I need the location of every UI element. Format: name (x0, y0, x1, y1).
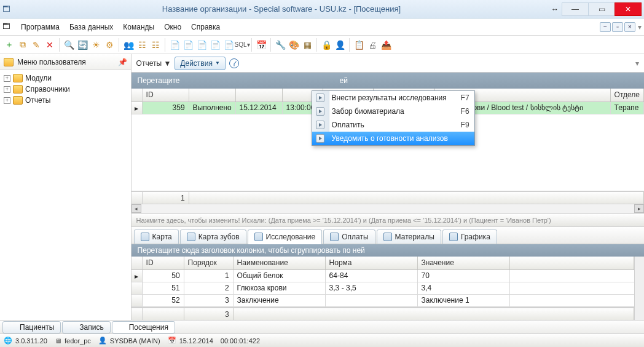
action-pay[interactable]: ОплатитьF9 (312, 118, 474, 132)
palette-icon[interactable]: 🎨 (288, 39, 299, 50)
calendar-small-icon: 📅 (168, 337, 176, 345)
sidebar-header: Меню пользователя 📌 (0, 54, 131, 70)
sql-icon[interactable]: SQL▾ (237, 39, 248, 50)
tab-card[interactable]: Карта (134, 229, 179, 244)
action-enter-results[interactable]: Внести результаты исследованияF7 (312, 91, 474, 105)
copy-icon[interactable]: ⧉ (17, 39, 28, 50)
computer-icon: 🖥 (55, 337, 61, 345)
users-icon[interactable]: 👤 (334, 39, 345, 50)
file4-icon[interactable]: 📄 (210, 39, 221, 50)
col-id[interactable]: ID (143, 89, 189, 102)
group-icon[interactable]: 👥 (123, 39, 134, 50)
list1-icon[interactable]: ☷ (136, 39, 147, 50)
file3-icon[interactable]: 📄 (196, 39, 207, 50)
statusbar: 🌐3.0.311.20 🖥fedor_pc 👤SYSDBA (MAIN) 📅15… (0, 333, 644, 347)
list2-icon[interactable]: ☷ (150, 39, 161, 50)
doc-tab-patients[interactable]: Пациенты (2, 321, 61, 333)
bcol-id[interactable]: ID (143, 257, 184, 269)
wrench-icon[interactable]: 🔧 (275, 39, 286, 50)
tab-tooth-card[interactable]: Карта зубов (180, 229, 246, 244)
file1-icon[interactable]: 📄 (169, 39, 180, 50)
doc-tab-visits[interactable]: Посещения (112, 321, 175, 333)
col-status[interactable] (189, 89, 236, 102)
document-tabs: Пациенты Запись Посещения (0, 320, 644, 333)
file5-icon[interactable]: 📄 (223, 39, 234, 50)
tab-materials[interactable]: Материалы (377, 229, 441, 244)
print-icon[interactable]: 🖨 (367, 39, 378, 50)
menu-window[interactable]: Окно (159, 20, 186, 34)
content-area: Отчеты ▼ Действия ▼ ▾ Перетащите ей ID и… (132, 54, 644, 320)
add-icon[interactable]: ＋ (4, 39, 15, 50)
calendar-icon[interactable]: 📅 (256, 39, 267, 50)
status-user: SYSDBA (MAIN) (110, 337, 160, 345)
export2-icon[interactable]: 📤 (380, 39, 391, 50)
mdi-minimize-button[interactable]: − (600, 22, 611, 32)
export1-icon[interactable]: 📋 (353, 39, 364, 50)
play-icon (316, 107, 324, 116)
edit-icon[interactable]: ✎ (31, 39, 42, 50)
table-row[interactable]: ▸ 50 1 Общий белок 64-84 70 (132, 270, 634, 282)
actions-menu: Внести результаты исследованияF7 Забор б… (312, 90, 475, 146)
filter-bar[interactable]: Нажмите здесь, чтобы изменить! Искали: (… (132, 213, 644, 227)
top-grid-hscroll[interactable]: ◂▸ (132, 204, 644, 213)
doc-tab-booking[interactable]: Запись (62, 321, 110, 333)
status-host: fedor_pc (65, 337, 91, 345)
detail-tabs: Карта Карта зубов Исследование Оплаты Ма… (132, 227, 644, 244)
window-title: Название организации - Special software … (15, 4, 548, 14)
menu-commands[interactable]: Команды (118, 20, 159, 34)
col-dept[interactable]: Отделе (611, 89, 644, 102)
tree-item-references[interactable]: +Справочники (4, 84, 127, 95)
search-icon[interactable]: 🔍 (63, 39, 74, 50)
delete-icon[interactable]: ✕ (44, 39, 55, 50)
app-menu-icon[interactable]: 🗔 (2, 22, 12, 32)
clear-filter-icon[interactable]: ⚙ (104, 39, 115, 50)
action-notify-ready[interactable]: Уведомить о готовности анализов (312, 132, 474, 145)
clock-icon[interactable] (229, 58, 239, 68)
layout-icon[interactable]: ▦ (302, 39, 313, 50)
user-icon: 👤 (98, 337, 107, 345)
top-grid-footer: 1 (132, 191, 644, 204)
close-button[interactable]: ✕ (615, 2, 642, 16)
menu-database[interactable]: База данных (65, 20, 118, 34)
bcol-norm[interactable]: Норма (326, 257, 418, 269)
col-date[interactable] (236, 89, 283, 102)
menu-program[interactable]: Программа (16, 20, 65, 34)
refresh-icon[interactable]: 🔄 (77, 39, 88, 50)
row-indicator-icon: ▸ (132, 102, 143, 114)
help-arrow-icon[interactable]: ↔ (548, 2, 562, 16)
bottom-grid-vscroll[interactable] (634, 257, 644, 320)
play-icon (316, 121, 324, 129)
table-row[interactable]: 52 3 Заключение Заключение 1 (132, 295, 634, 307)
bcol-order[interactable]: Порядок (184, 257, 234, 269)
table-row[interactable]: 51 2 Глюкоза крови 3,3 - 3,5 3,4 (132, 282, 634, 295)
file2-icon[interactable]: 📄 (183, 39, 194, 50)
tab-payments[interactable]: Оплаты (323, 229, 375, 244)
globe-icon: 🌐 (4, 337, 12, 345)
filter-toggle-icon[interactable]: ☀ (90, 39, 101, 50)
tree-item-reports[interactable]: +Отчеты (4, 95, 127, 106)
status-elapsed: 00:00:01:422 (221, 337, 260, 345)
sidebar: Меню пользователя 📌 +Модули +Справочники… (0, 54, 132, 320)
main-toolbar: ＋ ⧉ ✎ ✕ 🔍 🔄 ☀ ⚙ 👥 ☷ ☷ 📄 📄 📄 📄 📄 SQL▾ 📅 🔧… (0, 36, 644, 54)
bcol-name[interactable]: Наименование (234, 257, 326, 269)
reports-dropdown[interactable]: Отчеты ▼ (136, 59, 171, 68)
tab-research[interactable]: Исследование (248, 229, 323, 244)
play-icon (316, 94, 324, 102)
menu-help[interactable]: Справка (186, 20, 225, 34)
tree-item-modules[interactable]: +Модули (4, 73, 127, 84)
mdi-restore-button[interactable]: ▫ (612, 22, 623, 32)
folder-icon (4, 58, 14, 66)
maximize-button[interactable]: ▭ (588, 2, 615, 16)
lock-icon[interactable]: 🔒 (321, 39, 332, 50)
bottom-grid: Перетащите сюда заголовок колонки, чтобы… (132, 244, 644, 321)
pin-icon[interactable]: 📌 (118, 58, 127, 66)
minimize-button[interactable]: — (562, 2, 589, 16)
sidebar-title: Меню пользователя (17, 58, 86, 66)
mdi-close-button[interactable]: × (624, 22, 635, 32)
top-group-bar[interactable]: Перетащите ей (132, 73, 644, 89)
bottom-group-bar[interactable]: Перетащите сюда заголовок колонки, чтобы… (132, 244, 644, 257)
bcol-value[interactable]: Значение (418, 257, 510, 269)
tab-graphics[interactable]: Графика (442, 229, 497, 244)
actions-dropdown[interactable]: Действия ▼ (175, 57, 226, 70)
action-collect-biomaterial[interactable]: Забор биоматериалаF6 (312, 105, 474, 118)
